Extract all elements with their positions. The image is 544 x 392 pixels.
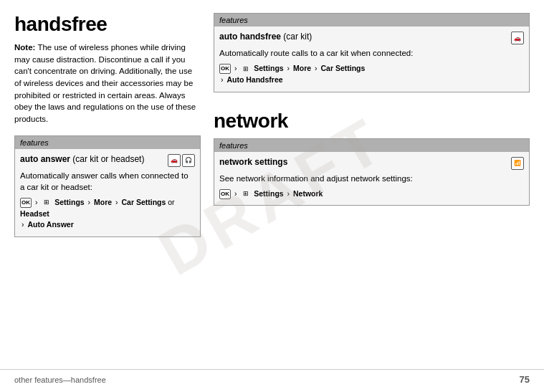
auto-handsfree-subtitle: (car kit) <box>281 32 312 42</box>
menu-icon: ⊞ <box>41 198 52 208</box>
auto-handsfree-desc: Automatically route calls to a car kit w… <box>219 47 524 59</box>
auto-answer-icons: 🚗 🎧 <box>168 154 195 167</box>
ok-button-icon: OK <box>20 198 32 208</box>
network-settings-icons: 📶 <box>511 157 524 170</box>
note-label: Note: <box>14 43 35 52</box>
left-column: handsfree Note: The use of wireless phon… <box>14 13 201 363</box>
network-settings-bold: network settings <box>219 157 287 167</box>
auto-handsfree-icons: 🚗 <box>511 32 524 44</box>
network-settings-title: network settings 📶 <box>219 157 524 170</box>
network-icon: 📶 <box>511 157 524 170</box>
features-header-left: features <box>15 136 200 149</box>
car-kit-icon: 🚗 <box>168 154 181 167</box>
auto-answer-name-text: auto answer (car kit or headset) <box>20 154 163 164</box>
footer-left-text: other features—handsfree <box>14 376 106 384</box>
network-settings-body: network settings 📶 See network informati… <box>214 152 529 206</box>
auto-handsfree-feature-box: features auto handsfree (car kit) 🚗 Auto… <box>214 13 530 92</box>
car-kit-icon-2: 🚗 <box>511 32 524 44</box>
note-block: Note: The use of wireless phones while d… <box>14 42 201 125</box>
ok-button-icon-3: OK <box>219 189 231 199</box>
right-column: features auto handsfree (car kit) 🚗 Auto… <box>214 13 530 363</box>
network-settings-feature-box: features network settings 📶 See network … <box>214 138 530 206</box>
menu-icon-3: ⊞ <box>240 189 252 199</box>
auto-answer-title: auto answer (car kit or headset) 🚗 🎧 <box>20 154 195 167</box>
footer-page-number: 75 <box>520 374 530 385</box>
network-settings-path: OK › ⊞ Settings › Network <box>219 188 524 200</box>
network-settings-desc: See network information and adjust netwo… <box>219 173 524 184</box>
features-header-right-bottom: features <box>214 139 529 152</box>
auto-handsfree-body: auto handsfree (car kit) 🚗 Automatically… <box>214 27 529 92</box>
footer: other features—handsfree 75 <box>0 369 544 385</box>
note-text: The use of wireless phones while driving… <box>14 43 196 123</box>
auto-answer-feature-box: features auto answer (car kit or headset… <box>14 135 201 237</box>
auto-handsfree-path: OK › ⊞ Settings › More › Car Settings › … <box>219 63 524 86</box>
headset-icon: 🎧 <box>182 154 195 167</box>
ok-button-icon-2: OK <box>219 64 231 74</box>
auto-answer-body: auto answer (car kit or headset) 🚗 🎧 Aut… <box>15 149 200 236</box>
network-title: network <box>214 110 530 133</box>
auto-answer-bold: auto answer <box>20 154 70 164</box>
auto-handsfree-bold: auto handsfree <box>219 32 281 42</box>
features-header-right-top: features <box>214 14 529 27</box>
auto-handsfree-name-text: auto handsfree (car kit) <box>219 32 507 42</box>
auto-answer-desc: Automatically answer calls when connecte… <box>20 170 195 193</box>
handsfree-title: handsfree <box>14 13 201 36</box>
menu-icon-2: ⊞ <box>240 64 252 74</box>
auto-handsfree-title: auto handsfree (car kit) 🚗 <box>219 32 524 44</box>
auto-answer-subtitle: (car kit or headset) <box>70 154 144 164</box>
network-settings-name-text: network settings <box>219 157 507 167</box>
auto-answer-path: OK › ⊞ Settings › More › Car Settings or… <box>20 197 195 231</box>
